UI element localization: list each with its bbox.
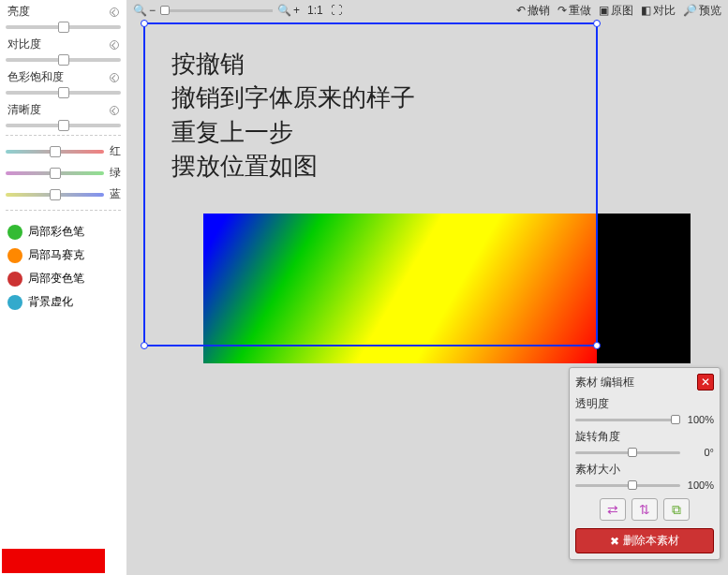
slider-label: 色彩饱和度 xyxy=(6,69,121,87)
slider-text: 色彩饱和度 xyxy=(7,69,64,85)
undo-button[interactable]: ↶撤销 xyxy=(513,2,553,20)
slider-track[interactable] xyxy=(6,58,121,62)
slider-thumb[interactable] xyxy=(58,87,69,98)
zoom-in-icon: 🔍 xyxy=(277,4,291,17)
original-label: 原图 xyxy=(611,3,633,19)
flip-vertical-button[interactable]: ⇅ xyxy=(631,498,658,521)
zoom-out-button[interactable]: 🔍− xyxy=(130,3,158,18)
tool-label: 局部彩色笔 xyxy=(28,224,84,240)
compare-icon: ◧ xyxy=(641,4,651,17)
rotate-slider[interactable] xyxy=(575,451,680,454)
tool-icon xyxy=(7,248,22,263)
reset-icon[interactable] xyxy=(110,40,119,50)
tool-2[interactable]: 局部变色笔 xyxy=(6,267,121,290)
tool-list: 局部彩色笔 局部马赛克 局部变色笔 背景虚化 xyxy=(6,220,121,314)
rgb-track[interactable] xyxy=(6,193,104,197)
tool-3[interactable]: 背景虚化 xyxy=(6,290,121,314)
rgb-thumb[interactable] xyxy=(50,168,61,179)
rotate-label: 旋转角度 xyxy=(575,429,714,445)
tool-0[interactable]: 局部彩色笔 xyxy=(6,220,121,243)
slider-text: 清晰度 xyxy=(7,102,41,118)
opacity-row: 透明度 100% xyxy=(575,396,714,425)
zoom-in-label: + xyxy=(293,4,300,17)
delete-icon: ✖ xyxy=(610,535,619,548)
opacity-value: 100% xyxy=(684,414,714,425)
divider xyxy=(6,210,121,211)
preview-icon: 🔎 xyxy=(683,4,697,17)
original-button[interactable]: ▣原图 xyxy=(596,2,636,20)
footer-block xyxy=(0,543,122,575)
compare-button[interactable]: ◧对比 xyxy=(638,2,678,20)
fit-button[interactable]: ⛶ xyxy=(328,3,345,18)
rotate-thumb[interactable] xyxy=(628,448,637,457)
footer-red xyxy=(2,549,105,573)
rgb-thumb[interactable] xyxy=(50,146,61,157)
size-label: 素材大小 xyxy=(575,462,714,478)
slider-label: 对比度 xyxy=(6,37,121,54)
duplicate-button[interactable]: ⧉ xyxy=(663,498,690,521)
slider-track[interactable] xyxy=(6,91,121,95)
zoom-out-icon: 🔍 xyxy=(133,4,147,17)
close-button[interactable]: ✕ xyxy=(697,374,714,391)
text-line-3: 重复上一步 xyxy=(171,115,415,149)
flip-horizontal-button[interactable]: ⇄ xyxy=(600,498,626,521)
panel-header: 素材 编辑框 ✕ xyxy=(575,374,714,391)
text-line-1: 按撤销 xyxy=(171,47,415,81)
flip-v-icon: ⇅ xyxy=(639,502,650,517)
sidebar: 亮度 对比度 色彩饱和度 清晰度 红 绿 蓝 局部彩色笔 局部马赛克 局部变色笔 xyxy=(0,0,126,575)
opacity-thumb[interactable] xyxy=(671,415,680,424)
preview-label: 预览 xyxy=(699,3,721,19)
top-toolbar: 🔍− 🔍+ 1:1 ⛶ ↶撤销 ↷重做 ▣原图 ◧对比 🔎预览 xyxy=(126,0,728,21)
slider-label: 清晰度 xyxy=(6,102,121,120)
redo-button[interactable]: ↷重做 xyxy=(555,2,594,20)
rgb-2: 蓝 xyxy=(6,186,121,202)
tool-label: 局部变色笔 xyxy=(28,271,84,287)
rgb-label: 绿 xyxy=(108,165,121,181)
adjust-sliders: 亮度 对比度 色彩饱和度 清晰度 xyxy=(6,4,121,127)
rgb-thumb[interactable] xyxy=(50,189,61,200)
tool-1[interactable]: 局部马赛克 xyxy=(6,243,121,267)
zoom-out-label: − xyxy=(149,4,156,17)
slider-track[interactable] xyxy=(6,25,121,29)
redo-label: 重做 xyxy=(569,3,591,19)
rgb-0: 红 xyxy=(6,143,121,159)
slider-thumb[interactable] xyxy=(58,120,69,131)
panel-buttons: ⇄ ⇅ ⧉ xyxy=(575,498,714,521)
size-row: 素材大小 100% xyxy=(575,462,714,491)
ratio-button[interactable]: 1:1 xyxy=(305,3,326,18)
canvas-text[interactable]: 按撤销 撤销到字体原来的样子 重复上一步 摆放位置如图 xyxy=(171,47,415,184)
undo-label: 撤销 xyxy=(527,3,550,19)
delete-material-button[interactable]: ✖ 删除本素材 xyxy=(575,528,714,553)
slider-thumb[interactable] xyxy=(58,22,69,33)
slider-thumb[interactable] xyxy=(58,54,69,66)
flip-h-icon: ⇄ xyxy=(607,502,618,517)
tool-icon xyxy=(7,225,22,240)
opacity-slider[interactable] xyxy=(575,419,680,421)
slider-track[interactable] xyxy=(6,124,121,127)
handle-top-left[interactable] xyxy=(141,20,148,27)
image-icon: ▣ xyxy=(599,4,609,17)
size-slider[interactable] xyxy=(575,484,680,487)
slider-text: 亮度 xyxy=(7,4,30,20)
preview-button[interactable]: 🔎预览 xyxy=(680,2,724,20)
tool-label: 背景虚化 xyxy=(28,294,73,310)
handle-bottom-left[interactable] xyxy=(141,342,148,349)
text-line-4: 摆放位置如图 xyxy=(171,149,415,183)
rgb-label: 蓝 xyxy=(108,186,121,202)
handle-bottom-right[interactable] xyxy=(593,342,601,349)
zoom-thumb[interactable] xyxy=(160,6,170,15)
zoom-in-button[interactable]: 🔍+ xyxy=(275,3,303,18)
reset-icon[interactable] xyxy=(110,73,119,82)
opacity-label: 透明度 xyxy=(575,396,714,412)
toolbar-right: ↶撤销 ↷重做 ▣原图 ◧对比 🔎预览 xyxy=(513,2,724,20)
tool-icon xyxy=(7,272,22,287)
rgb-track[interactable] xyxy=(6,171,104,175)
handle-top-right[interactable] xyxy=(593,20,601,27)
slider-0: 亮度 xyxy=(6,4,121,29)
size-thumb[interactable] xyxy=(628,480,637,490)
reset-icon[interactable] xyxy=(110,7,119,17)
zoom-slider[interactable] xyxy=(160,9,273,12)
reset-icon[interactable] xyxy=(110,106,119,115)
compare-label: 对比 xyxy=(653,3,676,19)
rgb-track[interactable] xyxy=(6,150,104,154)
